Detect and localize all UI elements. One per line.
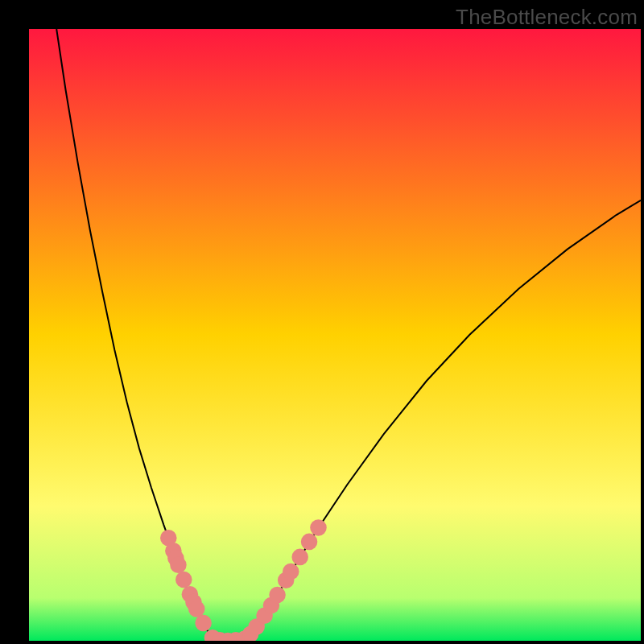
data-dot bbox=[283, 564, 299, 580]
data-dot bbox=[195, 615, 212, 632]
data-dot bbox=[301, 534, 318, 551]
data-dot bbox=[291, 549, 308, 566]
data-dot bbox=[170, 557, 187, 574]
data-dot bbox=[269, 587, 286, 604]
chart-background bbox=[29, 29, 641, 641]
data-dot bbox=[175, 572, 192, 588]
data-dot bbox=[310, 519, 327, 536]
data-dot bbox=[188, 601, 205, 617]
watermark-text: TheBottleneck.com bbox=[456, 5, 638, 30]
chart-frame: TheBottleneck.com bbox=[0, 0, 644, 644]
chart-plot bbox=[29, 29, 641, 641]
